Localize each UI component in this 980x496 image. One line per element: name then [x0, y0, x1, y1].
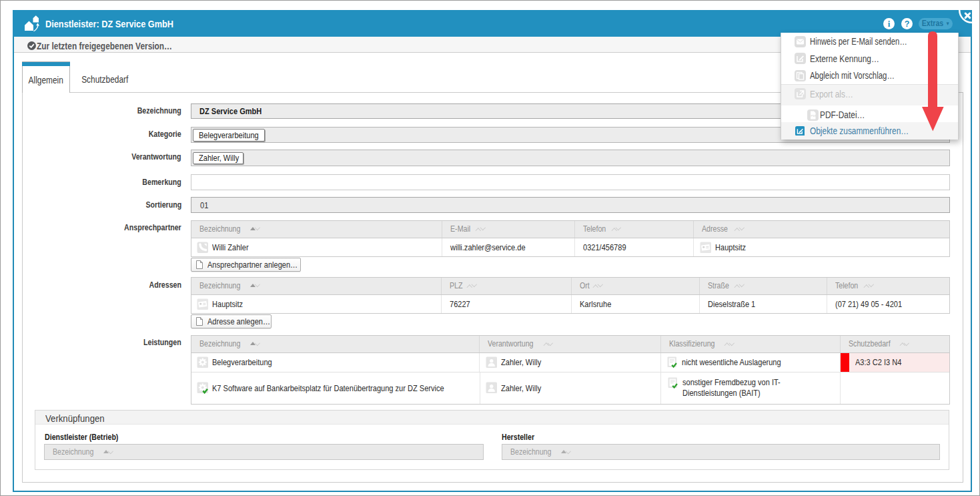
svg-text:?: ? [904, 19, 909, 29]
svg-text:PDF: PDF [811, 113, 817, 117]
svg-text:i: i [888, 19, 891, 29]
